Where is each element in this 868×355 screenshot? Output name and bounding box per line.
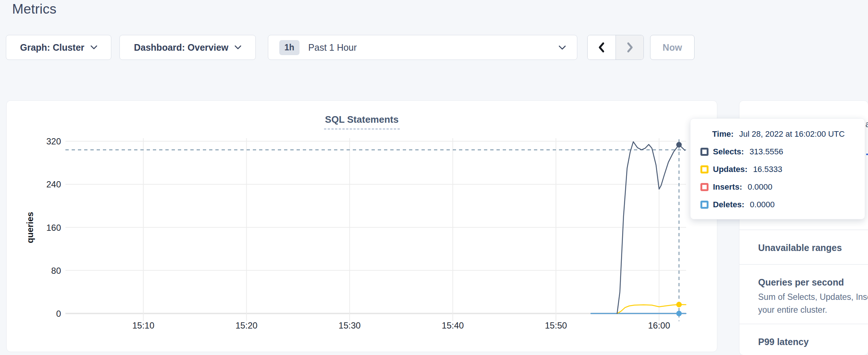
time-range-label: Past 1 Hour — [308, 42, 357, 53]
sidebar-heading-queries-per-second: Queries per second — [758, 277, 868, 288]
x-tick-label: 15:10 — [132, 320, 154, 330]
tooltip-time-value: Jul 28, 2022 at 16:02:00 UTC — [739, 129, 844, 139]
legend-swatch-selects — [700, 148, 709, 156]
legend-swatch-deletes — [700, 201, 709, 209]
clipped-text-fragment: a — [865, 119, 868, 129]
y-axis-title: queries — [25, 212, 35, 243]
chevron-down-icon — [234, 45, 241, 50]
sidebar-heading-p99-latency: P99 latency — [758, 336, 868, 347]
sidebar-glossary: Unavailable rangesQueries per secondSum … — [739, 230, 868, 355]
legend-swatch-updates — [700, 165, 709, 173]
sidebar-desc-line: your entire cluster. — [758, 304, 868, 316]
x-tick-label: 15:50 — [545, 320, 567, 330]
graph-dropdown[interactable]: Graph: Cluster — [6, 35, 111, 60]
sql-statements-panel: SQL Statements 08016024032015:1015:2015:… — [6, 100, 717, 352]
series-line-updates — [617, 305, 686, 313]
sidebar-divider — [739, 264, 868, 265]
tooltip-row-selects: Selects:313.5556 — [700, 147, 865, 157]
sidebar-desc-queries-per-second: Sum of Selects, Updates, Inseryour entir… — [758, 291, 868, 327]
tooltip-legend-rows: Selects:313.5556Updates:16.5333Inserts:0… — [700, 147, 865, 210]
sidebar-divider — [739, 324, 868, 324]
x-tick-label: 15:20 — [236, 320, 258, 330]
time-range-dropdown[interactable]: 1h Past 1 Hour — [268, 35, 577, 60]
time-range-badge: 1h — [279, 40, 300, 55]
sidebar-desc-line: Sum of Selects, Updates, Inser — [758, 291, 868, 304]
x-tick-label: 15:40 — [442, 320, 464, 330]
tooltip-series-value: 0.0000 — [750, 200, 775, 209]
dashboard-dropdown[interactable]: Dashboard: Overview — [119, 35, 256, 60]
legend-swatch-inserts — [700, 183, 709, 191]
tooltip-series-label: Inserts: — [713, 182, 742, 192]
chevron-left-icon — [598, 42, 606, 53]
tooltip-series-label: Deletes: — [713, 200, 745, 209]
next-time-button[interactable] — [616, 35, 643, 60]
tooltip-row-inserts: Inserts:0.0000 — [700, 182, 865, 192]
tooltip-series-value: 0.0000 — [747, 182, 772, 192]
dashboard-dropdown-label: Dashboard: Overview — [134, 42, 228, 53]
tooltip-series-label: Updates: — [713, 165, 747, 174]
graph-dropdown-label: Graph: Cluster — [20, 42, 84, 53]
sidebar-divider — [739, 230, 868, 230]
y-tick-label: 0 — [56, 309, 61, 319]
hover-dot-updates — [676, 302, 682, 307]
tooltip-time-row: Time: Jul 28, 2022 at 16:02:00 UTC — [712, 129, 865, 139]
page-title: Metrics — [12, 1, 57, 17]
clipped-link-fragment — [866, 154, 868, 155]
tooltip-series-value: 16.5333 — [753, 165, 782, 174]
tooltip-row-deletes: Deletes:0.0000 — [700, 200, 865, 210]
sidebar-heading-unavailable-ranges: Unavailable ranges — [758, 242, 868, 253]
x-tick-label: 15:30 — [338, 320, 361, 330]
hover-dot-selects — [676, 142, 682, 147]
tooltip-series-label: Selects: — [713, 147, 744, 157]
sql-statements-chart[interactable]: 08016024032015:1015:2015:3015:4015:5016:… — [7, 101, 718, 352]
chevron-right-icon — [626, 42, 634, 53]
chart-tooltip: Time: Jul 28, 2022 at 16:02:00 UTC Selec… — [690, 118, 865, 219]
prev-time-button[interactable] — [588, 35, 616, 60]
tooltip-series-value: 313.5556 — [749, 147, 783, 157]
y-tick-label: 320 — [46, 136, 61, 146]
chart-title[interactable]: SQL Statements — [324, 114, 399, 129]
x-tick-label: 16:00 — [648, 320, 670, 330]
now-button[interactable]: Now — [650, 35, 695, 60]
y-tick-label: 80 — [51, 266, 61, 276]
hover-dot-deletes — [676, 311, 682, 316]
metrics-page: Metrics Graph: Cluster Dashboard: Overvi… — [0, 0, 868, 355]
y-tick-label: 160 — [46, 223, 61, 233]
chevron-down-icon — [90, 45, 97, 50]
y-tick-label: 240 — [46, 179, 61, 189]
tooltip-time-label: Time: — [712, 129, 734, 139]
chevron-down-icon — [559, 45, 566, 50]
tooltip-row-updates: Updates:16.5333 — [700, 164, 865, 175]
time-pager — [587, 35, 644, 60]
